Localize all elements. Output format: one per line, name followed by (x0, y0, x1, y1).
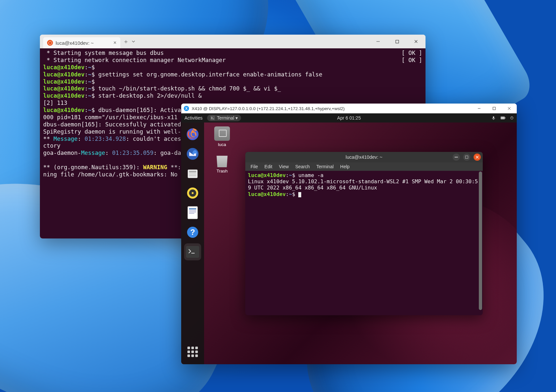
window-title: luca@x410dev: ~ (346, 155, 383, 160)
gnome-terminal-titlebar[interactable]: luca@x410dev: ~ (245, 152, 483, 162)
gnome-desktop[interactable]: Activities Terminal ▾ Apr 6 01:25 (181, 113, 517, 364)
svg-rect-14 (189, 171, 196, 172)
svg-rect-20 (188, 206, 198, 219)
x410-titlebar[interactable]: X X410 @ DISPLAY=127.0.0.1:0.0 (+172.21.… (181, 104, 517, 113)
microphone-icon[interactable] (491, 116, 496, 120)
svg-rect-8 (505, 117, 505, 119)
tab-title: luca@x410dev: ~ (56, 40, 94, 46)
maximize-button[interactable] (487, 104, 502, 113)
dock-writer[interactable] (184, 204, 201, 221)
maximize-button[interactable] (388, 35, 407, 48)
svg-rect-7 (501, 117, 504, 119)
minimize-button[interactable] (453, 154, 460, 161)
gnome-dock: ? (181, 122, 204, 364)
svg-text:?: ? (190, 228, 195, 237)
battery-icon[interactable] (500, 116, 506, 120)
clock[interactable]: Apr 6 01:25 (337, 115, 361, 121)
icon-label: luca (209, 142, 235, 147)
svg-rect-22 (189, 210, 196, 211)
svg-rect-4 (210, 116, 215, 120)
svg-rect-16 (189, 175, 196, 176)
svg-rect-21 (189, 208, 196, 209)
svg-point-19 (192, 192, 194, 194)
desktop-icons: luca Trash (209, 126, 235, 179)
close-button[interactable] (502, 104, 517, 113)
svg-rect-24 (189, 213, 194, 214)
gnome-topbar: Activities Terminal ▾ Apr 6 01:25 (181, 113, 517, 122)
show-apps-button[interactable] (184, 343, 201, 360)
thunderbird-icon (186, 147, 200, 161)
svg-rect-23 (189, 212, 196, 212)
home-folder-icon[interactable]: luca (209, 126, 235, 147)
gnome-terminal-content[interactable]: luca@x410dev:~$ uname -a Linux x410dev 5… (245, 171, 483, 315)
rhythmbox-icon (186, 187, 199, 200)
svg-rect-1 (396, 40, 399, 43)
ubuntu-icon (47, 40, 53, 46)
dock-files[interactable] (184, 165, 201, 182)
trash-icon (214, 153, 230, 167)
trash-icon-desktop[interactable]: Trash (209, 153, 235, 173)
minimize-button[interactable] (369, 35, 388, 48)
cursor (298, 192, 301, 197)
menu-search[interactable]: Search (293, 163, 312, 170)
files-icon (186, 167, 199, 180)
menu-terminal[interactable]: Terminal (314, 163, 336, 170)
icon-label: Trash (209, 169, 235, 173)
windows-terminal-titlebar[interactable]: luca@x410dev: ~ × ＋ (40, 35, 426, 48)
power-icon[interactable] (510, 116, 513, 120)
scrollbar[interactable] (479, 172, 482, 310)
apps-grid-icon (187, 347, 198, 357)
x410-title: X410 @ DISPLAY=127.0.0.1:0.0 (+172.21.22… (192, 106, 345, 111)
dock-terminal[interactable] (184, 243, 201, 260)
help-icon: ? (186, 226, 199, 239)
svg-rect-15 (189, 173, 196, 174)
gnome-terminal-window[interactable]: luca@x410dev: ~ File Edit View Search Te… (245, 152, 483, 315)
dock-thunderbird[interactable] (184, 145, 201, 162)
close-button[interactable] (474, 154, 481, 161)
maximize-button[interactable] (463, 154, 470, 161)
close-button[interactable] (407, 35, 426, 48)
tab-dropdown-icon[interactable] (131, 40, 140, 43)
new-tab-button[interactable]: ＋ (120, 38, 131, 45)
activities-button[interactable]: Activities (184, 115, 202, 121)
dock-firefox[interactable] (184, 126, 201, 143)
menu-help[interactable]: Help (338, 163, 352, 170)
close-tab-icon[interactable]: × (113, 40, 116, 46)
menu-file[interactable]: File (248, 163, 261, 170)
terminal-icon (210, 116, 215, 120)
dock-rhythmbox[interactable] (184, 185, 201, 202)
minimize-button[interactable] (472, 104, 487, 113)
svg-rect-5 (493, 116, 494, 119)
menu-edit[interactable]: Edit (262, 163, 275, 170)
gnome-terminal-menubar: File Edit View Search Terminal Help (245, 162, 483, 171)
x410-window[interactable]: X X410 @ DISPLAY=127.0.0.1:0.0 (+172.21.… (181, 104, 517, 364)
firefox-icon (186, 127, 200, 141)
terminal-tab[interactable]: luca@x410dev: ~ × (43, 37, 120, 48)
terminal-icon (186, 246, 199, 258)
x410-icon: X (184, 106, 189, 111)
active-app-indicator[interactable]: Terminal ▾ (207, 115, 241, 121)
menu-view[interactable]: View (276, 163, 291, 170)
svg-rect-29 (465, 156, 468, 158)
svg-rect-3 (493, 107, 495, 110)
dock-help[interactable]: ? (184, 224, 201, 241)
folder-icon (214, 126, 230, 141)
svg-rect-27 (186, 246, 199, 258)
writer-icon (186, 206, 199, 220)
